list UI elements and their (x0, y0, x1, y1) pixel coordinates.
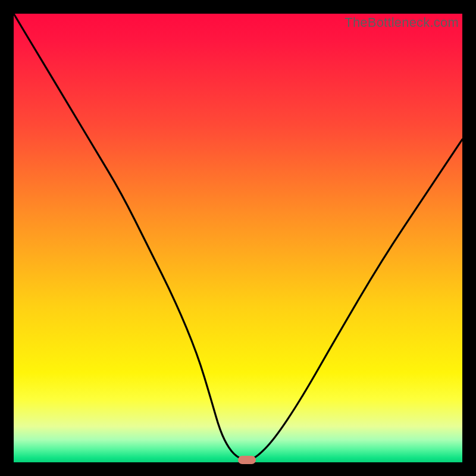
chart-frame: TheBottleneck.com (0, 0, 476, 476)
curve-path (14, 14, 462, 459)
bottleneck-curve (14, 14, 462, 462)
plot-area: TheBottleneck.com (14, 14, 462, 462)
optimal-point-marker (238, 456, 256, 464)
